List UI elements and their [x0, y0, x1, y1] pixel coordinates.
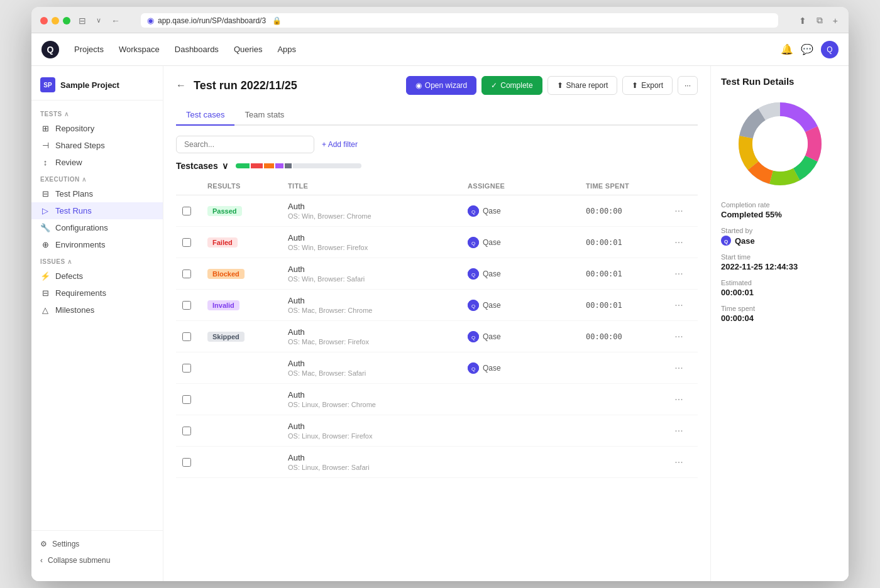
progress-invalid: [275, 163, 283, 168]
share-report-button[interactable]: ⬆ Share report: [547, 76, 618, 95]
sidebar-footer: ⚙ Settings ‹ Collapse submenu: [31, 530, 163, 574]
export-button[interactable]: ⬆ Export: [622, 76, 673, 95]
nav-workspace[interactable]: Workspace: [119, 42, 160, 57]
table-row: Skipped Auth OS: Mac, Browser: Firefox Q…: [176, 321, 698, 352]
started-by-value: Q Qase: [721, 236, 839, 246]
assignee-cell: Q Qase: [468, 362, 581, 374]
sidebar-item-environments[interactable]: ⊕ Environments: [31, 236, 163, 253]
testcases-title[interactable]: Testcases ∨: [176, 161, 228, 171]
row-checkbox[interactable]: [182, 207, 191, 215]
app-body: SP Sample Project TESTS ∧ ⊞ Repository ⊣…: [31, 66, 849, 581]
tab-bar: Test cases Team stats: [176, 105, 698, 126]
row-checkbox[interactable]: [182, 332, 191, 341]
sidebar-item-requirements[interactable]: ⊟ Requirements: [31, 285, 163, 302]
svg-text:Q: Q: [471, 335, 475, 340]
complete-button[interactable]: ✓ Complete: [481, 76, 542, 95]
milestones-icon: △: [40, 305, 50, 315]
address-bar[interactable]: ◉ app.qase.io/run/SP/dashboard/3 🔒: [141, 13, 778, 28]
dropdown-btn[interactable]: ∨: [94, 16, 103, 24]
assignee-avatar: Q: [468, 331, 479, 342]
back-button[interactable]: ←: [176, 80, 186, 91]
minimize-traffic-light[interactable]: [52, 17, 59, 24]
search-input[interactable]: [176, 136, 314, 153]
donut-chart: [721, 97, 839, 191]
assignee-cell: Q Qase: [468, 268, 581, 280]
row-more-button[interactable]: ···: [666, 362, 691, 374]
row-more-button[interactable]: ···: [666, 425, 691, 437]
sidebar-item-test-plans[interactable]: ⊟ Test Plans: [31, 185, 163, 202]
svg-text:Q: Q: [471, 366, 475, 372]
nav-apps[interactable]: Apps: [277, 42, 296, 57]
add-filter-button[interactable]: + Add filter: [322, 140, 358, 149]
row-more-button[interactable]: ···: [666, 394, 691, 405]
sidebar-item-shared-steps[interactable]: ⊣ Shared Steps: [31, 137, 163, 154]
sidebar-item-configurations[interactable]: 🔧 Configurations: [31, 219, 163, 236]
row-checkbox[interactable]: [182, 238, 191, 247]
row-checkbox[interactable]: [182, 364, 191, 373]
repository-icon: ⊞: [40, 124, 50, 133]
wizard-icon: ◉: [415, 81, 422, 90]
sidebar-item-review[interactable]: ↕ Review: [31, 154, 163, 171]
tab-team-stats[interactable]: Team stats: [234, 105, 294, 126]
settings-label: Settings: [52, 540, 79, 548]
new-tab-btn[interactable]: +: [831, 16, 840, 26]
status-badge: Skipped: [207, 332, 245, 342]
start-time-value: 2022-11-25 12:44:33: [721, 262, 839, 271]
app-logo: Q: [41, 41, 59, 58]
row-checkbox[interactable]: [182, 270, 191, 278]
svg-text:Q: Q: [471, 241, 475, 246]
row-checkbox[interactable]: [182, 458, 191, 467]
row-checkbox[interactable]: [182, 395, 191, 404]
requirements-icon: ⊟: [40, 288, 50, 298]
row-more-button[interactable]: ···: [666, 300, 691, 311]
issues-section-label: ISSUES ∧: [31, 253, 163, 268]
sidebar-item-defects[interactable]: ⚡ Defects: [31, 268, 163, 285]
assignee-avatar: Q: [468, 362, 479, 374]
row-more-button[interactable]: ···: [666, 237, 691, 248]
nav-dashboards[interactable]: Dashboards: [175, 42, 219, 57]
title-cell: Auth OS: Linux, Browser: Firefox: [288, 422, 463, 440]
tab-test-cases[interactable]: Test cases: [176, 105, 234, 126]
status-badge: Passed: [207, 206, 242, 216]
sidebar-item-label: Test Runs: [55, 206, 92, 215]
chat-btn[interactable]: 💬: [801, 43, 813, 55]
close-traffic-light[interactable]: [40, 17, 48, 24]
row-more-button[interactable]: ···: [666, 268, 691, 280]
progress-untested: [293, 163, 361, 168]
started-by-label: Started by: [721, 227, 839, 234]
row-checkbox[interactable]: [182, 301, 191, 310]
open-wizard-button[interactable]: ◉ Open wizard: [406, 76, 476, 95]
sidebar-item-test-runs[interactable]: ▷ Test Runs: [31, 202, 163, 219]
row-checkbox[interactable]: [182, 427, 191, 435]
sidebar-item-repository[interactable]: ⊞ Repository: [31, 120, 163, 137]
lock-icon: 🔒: [272, 16, 282, 25]
progress-bar: [236, 163, 361, 168]
back-btn[interactable]: ←: [109, 16, 122, 26]
more-options-button[interactable]: ···: [678, 76, 698, 95]
nav-projects[interactable]: Projects: [74, 42, 104, 57]
nav-queries[interactable]: Queries: [234, 42, 263, 57]
copy-btn[interactable]: ⧉: [815, 15, 825, 26]
svg-text:Q: Q: [471, 303, 475, 309]
start-time-label: Start time: [721, 253, 839, 261]
check-icon: ✓: [491, 81, 497, 90]
settings-footer-item[interactable]: ⚙ Settings: [40, 536, 154, 552]
sidebar-toggle-btn[interactable]: ⊟: [77, 16, 88, 26]
collapse-submenu-item[interactable]: ‹ Collapse submenu: [40, 552, 154, 569]
svg-text:Q: Q: [724, 239, 728, 244]
upload-btn[interactable]: ⬆: [797, 16, 808, 26]
row-more-button[interactable]: ···: [666, 205, 691, 217]
sidebar-item-milestones[interactable]: △ Milestones: [31, 302, 163, 318]
assignee-avatar: Q: [468, 205, 479, 217]
maximize-traffic-light[interactable]: [63, 17, 70, 24]
title-cell: Auth OS: Mac, Browser: Chrome: [288, 296, 463, 314]
sidebar-item-label: Requirements: [55, 288, 106, 298]
notifications-btn[interactable]: 🔔: [781, 43, 793, 55]
project-name: Sample Project: [60, 80, 119, 90]
row-more-button[interactable]: ···: [666, 457, 691, 468]
user-avatar[interactable]: Q: [821, 41, 839, 58]
title-cell: Auth OS: Win, Browser: Firefox: [288, 233, 463, 251]
assignee-avatar: Q: [468, 300, 479, 311]
row-more-button[interactable]: ···: [666, 331, 691, 342]
time-spent-value: 00:00:04: [721, 313, 839, 323]
